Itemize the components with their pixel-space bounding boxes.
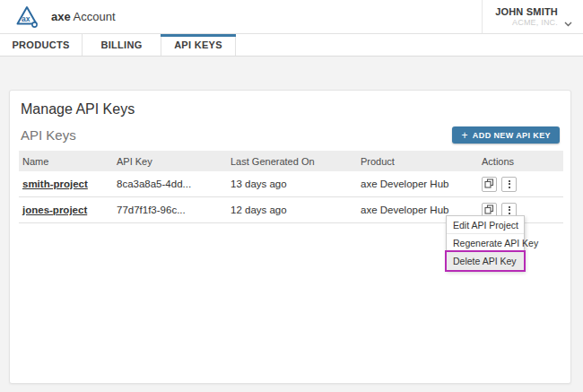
column-header-name: Name [19, 151, 113, 171]
table-row: smith-project 8ca3a8a5-4dd... 13 days ag… [19, 171, 563, 197]
key-name-link[interactable]: smith-project [22, 179, 88, 189]
chevron-down-icon [564, 14, 572, 20]
menu-item-regenerate-api-key[interactable]: Regenerate API Key [447, 234, 524, 252]
copy-api-key-button[interactable] [482, 177, 497, 192]
add-new-api-key-button[interactable]: + ADD NEW API KEY [452, 126, 560, 144]
page-title: Manage API Keys [10, 91, 570, 118]
user-name: JOHN SMITH [495, 6, 558, 17]
user-company: ACME, INC. [512, 18, 558, 27]
add-button-label: ADD NEW API KEY [473, 131, 551, 140]
section-label: API Keys [21, 127, 76, 143]
api-key-value: 8ca3a8a5-4dd... [113, 171, 227, 197]
kebab-icon [509, 180, 510, 188]
user-texts: JOHN SMITH ACME, INC. [495, 6, 558, 27]
last-generated-value: 13 days ago [227, 171, 357, 197]
last-generated-value: 12 days ago [227, 197, 357, 223]
key-name-link[interactable]: jones-project [22, 205, 87, 215]
row-more-options-button[interactable] [501, 177, 517, 192]
app-title: axe Account [51, 10, 116, 23]
copy-icon [484, 178, 494, 191]
app-title-rest: Account [71, 10, 116, 23]
tab-products[interactable]: PRODUCTS [0, 34, 83, 56]
api-keys-table: Name API Key Last Generated On Product A… [19, 151, 563, 223]
column-header-actions: Actions [478, 151, 563, 171]
column-header-product: Product [357, 151, 478, 171]
menu-item-edit-api-project[interactable]: Edit API Project [447, 216, 524, 234]
tab-billing[interactable]: BILLING [83, 34, 161, 56]
row-actions [482, 171, 563, 196]
tab-bar: PRODUCTS BILLING API KEYS [0, 34, 583, 57]
column-header-api-key: API Key [113, 151, 227, 171]
svg-text:ax: ax [22, 14, 30, 23]
menu-item-delete-api-key[interactable]: Delete API Key [447, 252, 524, 270]
table-header-row: Name API Key Last Generated On Product A… [19, 151, 563, 171]
api-keys-section-header: API Keys + ADD NEW API KEY [10, 126, 570, 144]
app-header: ax axe Account JOHN SMITH ACME, INC. [0, 0, 583, 34]
tab-api-keys[interactable]: API KEYS [161, 34, 236, 56]
api-key-value: 77d7f1f3-96c... [113, 197, 227, 223]
user-menu[interactable]: JOHN SMITH ACME, INC. [482, 0, 583, 33]
row-actions-context-menu: Edit API Project Regenerate API Key Dele… [446, 215, 525, 271]
kebab-icon [509, 206, 510, 214]
axe-logo-icon: ax [14, 4, 39, 30]
column-header-last-generated: Last Generated On [227, 151, 357, 171]
app-title-brand: axe [51, 10, 71, 23]
product-value: axe Developer Hub [357, 171, 478, 197]
plus-icon: + [461, 130, 467, 141]
